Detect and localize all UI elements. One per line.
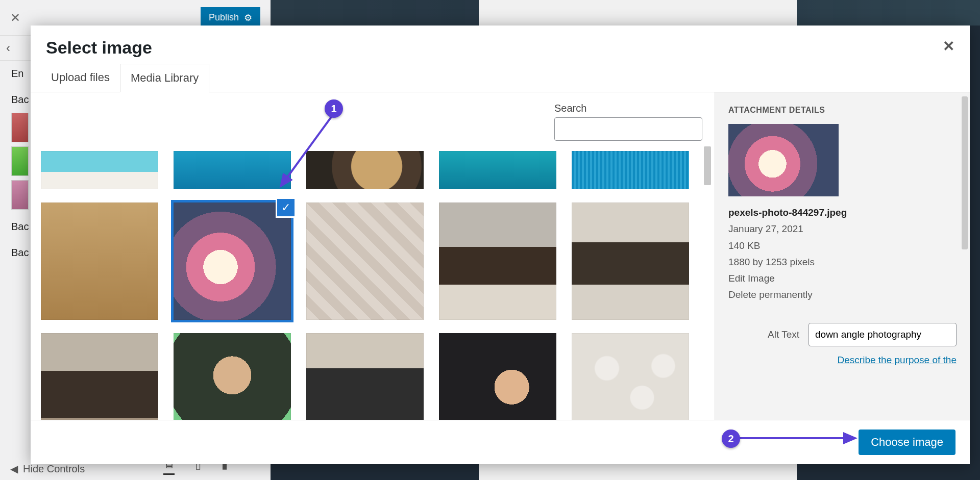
media-thumb[interactable]	[41, 333, 158, 420]
delete-permanently-link[interactable]: Delete permanently	[728, 287, 957, 303]
hide-controls-button[interactable]: Hide Controls	[10, 463, 85, 475]
media-thumb[interactable]	[174, 151, 291, 189]
attachment-filename: pexels-photo-844297.jpeg	[728, 205, 957, 221]
media-thumb[interactable]	[439, 203, 556, 320]
edit-image-link[interactable]: Edit Image	[728, 270, 957, 287]
media-thumb-selected[interactable]: ✓	[174, 203, 291, 320]
media-thumb[interactable]	[41, 151, 158, 189]
annotation-badge-2: 2	[722, 430, 740, 448]
annotation-badge-1: 1	[325, 99, 343, 118]
attachment-preview	[728, 124, 839, 196]
search-input[interactable]	[554, 117, 702, 141]
bg-thumb[interactable]	[11, 180, 29, 210]
hide-controls-label: Hide Controls	[23, 463, 85, 475]
tab-media-library[interactable]: Media Library	[120, 64, 209, 92]
media-thumb[interactable]	[306, 151, 424, 189]
close-icon[interactable]: ✕	[0, 11, 31, 25]
publish-label: Publish	[209, 12, 239, 23]
gear-icon[interactable]	[244, 12, 252, 23]
media-thumb[interactable]	[439, 151, 556, 189]
attachment-dimensions: 1880 by 1253 pixels	[728, 254, 957, 270]
choose-image-button[interactable]: Choose image	[859, 430, 955, 455]
media-thumb[interactable]	[306, 203, 424, 320]
checkmark-icon[interactable]: ✓	[276, 197, 296, 218]
bg-thumb[interactable]	[11, 113, 29, 142]
media-thumb[interactable]	[572, 333, 689, 420]
attachment-size: 140 KB	[728, 238, 957, 254]
search-label: Search	[554, 103, 702, 114]
media-thumb[interactable]	[174, 333, 291, 420]
collapse-icon	[10, 463, 18, 475]
media-grid-area: Search ✓	[31, 92, 715, 420]
media-modal: Select image ✕ Upload files Media Librar…	[31, 26, 970, 464]
media-thumb[interactable]	[572, 151, 689, 189]
describe-purpose-link[interactable]: Describe the purpose of the	[728, 355, 957, 366]
media-thumb[interactable]	[439, 333, 556, 420]
modal-title: Select image	[46, 38, 152, 58]
modal-tabs: Upload files Media Library	[31, 64, 970, 92]
alt-text-label: Alt Text	[768, 329, 799, 340]
attachment-date: January 27, 2021	[728, 221, 957, 237]
details-scrollbar[interactable]	[961, 94, 969, 418]
media-thumb[interactable]	[41, 203, 158, 320]
media-thumb[interactable]	[306, 333, 424, 420]
alt-text-input[interactable]	[808, 323, 957, 346]
tab-upload-files[interactable]: Upload files	[41, 64, 120, 92]
modal-close-icon[interactable]: ✕	[943, 38, 954, 55]
grid-scrollbar[interactable]	[702, 139, 713, 420]
attachment-details-panel: ATTACHMENT DETAILS pexels-photo-844297.j…	[715, 92, 970, 420]
bg-thumb[interactable]	[11, 146, 29, 176]
details-heading: ATTACHMENT DETAILS	[728, 106, 957, 115]
media-thumb[interactable]	[572, 203, 689, 320]
